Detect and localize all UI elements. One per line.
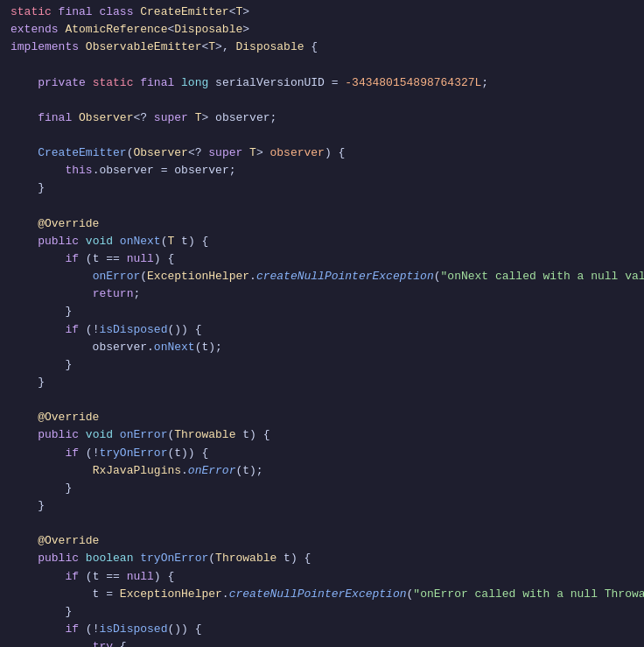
annotation-override-2: @Override xyxy=(10,409,99,426)
code-line-1: static final class CreateEmitter<T> xyxy=(0,4,644,21)
constructor-create-emitter: CreateEmitter xyxy=(38,144,126,162)
method-try-on-error-call: tryOnError xyxy=(99,445,167,462)
code-line-4 xyxy=(0,56,644,74)
field-serial-version-uid: serialVersionUID xyxy=(215,74,325,92)
code-line-22: } xyxy=(0,374,644,391)
code-line-32: public boolean tryOnError(Throwable t) { xyxy=(0,550,644,567)
method-is-disposed-1: isDisposed xyxy=(99,321,167,339)
method-create-null-ptr-2: createNullPointerException xyxy=(229,586,407,603)
class-atomic-reference: AtomicReference xyxy=(65,21,167,39)
annotation-override-3: @Override xyxy=(10,532,99,550)
code-line-28: } xyxy=(0,480,644,497)
param-observer: observer xyxy=(270,144,325,162)
type-long: long xyxy=(181,74,215,92)
code-line-17: return; xyxy=(0,285,644,303)
code-line-7: final Observer<? super T> observer; xyxy=(0,109,644,127)
code-line-33: if (t == null) { xyxy=(0,568,644,586)
code-line-9: CreateEmitter(Observer<? super T> observ… xyxy=(0,144,644,162)
code-line-21: } xyxy=(0,356,644,374)
code-line-18: } xyxy=(0,303,644,320)
code-line-27: RxJavaPlugins.onError(t); xyxy=(0,462,644,480)
string-on-error-null: "onError called with a null Throwable." xyxy=(413,586,644,603)
code-line-23 xyxy=(0,391,644,409)
code-line-19: if (!isDisposed()) { xyxy=(0,321,644,339)
code-line-10: this.observer = observer; xyxy=(0,162,644,179)
code-line-12 xyxy=(0,198,644,215)
code-line-6 xyxy=(0,92,644,109)
class-name-create-emitter: CreateEmitter xyxy=(140,4,228,21)
code-line-31: @Override xyxy=(0,532,644,550)
code-line-14: public void onNext(T t) { xyxy=(0,233,644,250)
code-line-35: } xyxy=(0,603,644,621)
code-editor: static final class CreateEmitter<T> exte… xyxy=(0,0,644,647)
type-T: T xyxy=(235,4,242,21)
method-on-error: onError xyxy=(120,426,168,444)
code-line-15: if (t == null) { xyxy=(0,250,644,268)
keyword-class: class xyxy=(99,4,140,21)
keyword-static: static xyxy=(10,4,59,21)
method-on-next: onNext xyxy=(120,233,161,250)
method-on-error-call: onError xyxy=(93,268,141,285)
code-line-8 xyxy=(0,127,644,144)
method-rx-on-error: onError xyxy=(188,462,236,480)
keyword-final-2: final xyxy=(140,74,181,92)
method-try-on-error: tryOnError xyxy=(140,550,208,567)
code-line-24: @Override xyxy=(0,409,644,426)
annotation-override-1: @Override xyxy=(10,215,99,233)
number-serial: -343480154898764327L xyxy=(345,74,481,92)
class-disposable: Disposable xyxy=(174,21,242,39)
class-observable-emitter: ObservableEmitter xyxy=(86,39,202,56)
code-line-30 xyxy=(0,515,644,532)
code-line-25: public void onError(Throwable t) { xyxy=(0,426,644,444)
code-line-5: private static final long serialVersionU… xyxy=(0,74,644,92)
method-is-disposed-2: isDisposed xyxy=(99,621,167,638)
keyword-this: this xyxy=(65,162,92,179)
method-create-null-ptr: createNullPointerException xyxy=(256,268,434,285)
keyword-super: super xyxy=(154,109,195,127)
keyword-final-3: final xyxy=(38,109,79,127)
keyword-extends: extends xyxy=(10,21,65,39)
code-line-34: t = ExceptionHelper.createNullPointerExc… xyxy=(0,586,644,603)
code-line-36: if (!isDisposed()) { xyxy=(0,621,644,638)
class-observer: Observer xyxy=(79,109,133,127)
code-line-13: @Override xyxy=(0,215,644,233)
code-line-26: if (!tryOnError(t)) { xyxy=(0,445,644,462)
field-observer: observer xyxy=(215,109,270,127)
string-on-next-null: "onNext called with a null value." xyxy=(441,268,644,285)
code-line-11: } xyxy=(0,179,644,197)
code-line-37: try { xyxy=(0,638,644,647)
keyword-implements: implements xyxy=(10,39,86,56)
code-line-16: onError(ExceptionHelper.createNullPointe… xyxy=(0,268,644,285)
keyword-private: private xyxy=(38,74,92,92)
code-line-20: observer.onNext(t); xyxy=(0,339,644,356)
punct-gt: > xyxy=(242,4,249,21)
keyword-final: final xyxy=(59,4,100,21)
code-line-3: implements ObservableEmitter<T>, Disposa… xyxy=(0,39,644,56)
class-disposable-2: Disposable xyxy=(235,39,304,56)
code-line-2: extends AtomicReference<Disposable> xyxy=(0,21,644,39)
keyword-static-2: static xyxy=(93,74,141,92)
punct-lt: < xyxy=(229,4,236,21)
method-observer-on-next: onNext xyxy=(154,339,195,356)
code-line-29: } xyxy=(0,497,644,515)
